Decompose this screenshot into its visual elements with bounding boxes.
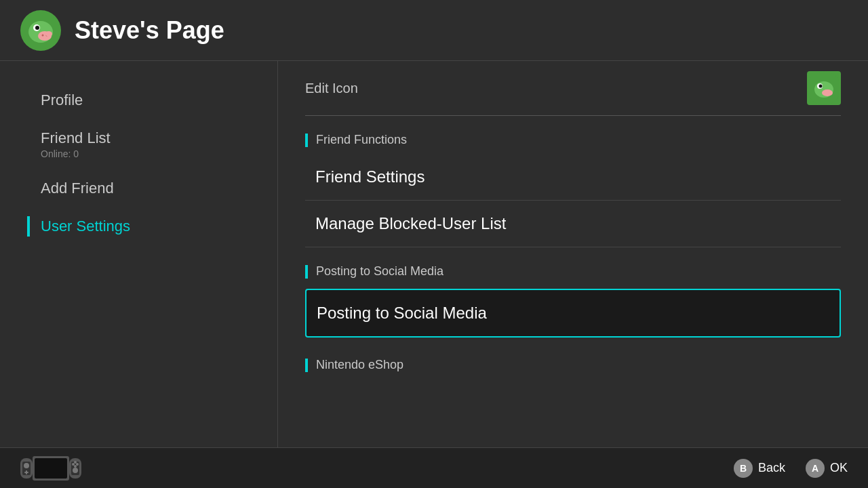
ok-button[interactable]: A OK — [806, 459, 848, 478]
svg-point-10 — [822, 89, 833, 96]
friend-list-sublabel: Online: 0 — [41, 148, 277, 159]
sidebar: Profile Friend List Online: 0 Add Friend… — [0, 61, 278, 447]
edit-icon-row[interactable]: Edit Icon — [305, 61, 841, 116]
sidebar-item-friend-list[interactable]: Friend List Online: 0 — [41, 119, 277, 169]
svg-point-22 — [73, 468, 78, 473]
switch-console-icon — [20, 455, 81, 482]
edit-icon-thumbnail — [807, 71, 841, 105]
menu-item-friend-settings[interactable]: Friend Settings — [305, 154, 841, 201]
svg-rect-21 — [26, 470, 27, 474]
svg-point-25 — [74, 461, 77, 464]
footer-buttons: B Back A OK — [734, 459, 848, 478]
section-bar-social — [305, 265, 308, 279]
sidebar-item-profile[interactable]: Profile — [41, 81, 277, 119]
sidebar-item-add-friend[interactable]: Add Friend — [41, 169, 277, 207]
svg-point-5 — [42, 34, 44, 36]
svg-rect-16 — [35, 458, 67, 479]
page-title: Steve's Page — [75, 16, 224, 45]
back-button[interactable]: B Back — [734, 459, 785, 478]
edit-icon-label: Edit Icon — [305, 81, 358, 96]
header: Steve's Page — [0, 0, 868, 61]
svg-point-26 — [74, 465, 77, 468]
svg-point-7 — [45, 31, 52, 37]
content-area: Edit Icon Friend Functions Friend Settin… — [278, 61, 868, 447]
menu-item-posting-social-media[interactable]: Posting to Social Media — [305, 289, 841, 338]
section-bar — [305, 134, 308, 147]
section-header-eshop: Nintendo eShop — [305, 341, 841, 379]
sidebar-item-user-settings[interactable]: User Settings — [41, 207, 277, 245]
avatar — [20, 10, 61, 51]
main-layout: Profile Friend List Online: 0 Add Friend… — [0, 61, 868, 447]
b-button-icon: B — [734, 459, 753, 478]
a-button-icon: A — [806, 459, 825, 478]
section-bar-eshop — [305, 359, 308, 372]
back-label: Back — [758, 461, 785, 475]
svg-point-12 — [819, 85, 823, 88]
section-header-social-media: Posting to Social Media — [305, 247, 841, 285]
svg-point-19 — [24, 463, 29, 468]
svg-point-23 — [72, 463, 75, 466]
svg-point-24 — [76, 463, 79, 466]
footer: B Back A OK — [0, 447, 868, 488]
menu-item-manage-blocked[interactable]: Manage Blocked-User List — [305, 201, 841, 247]
section-header-friend-functions: Friend Functions — [305, 116, 841, 154]
ok-label: OK — [830, 461, 848, 475]
svg-point-4 — [35, 26, 39, 30]
